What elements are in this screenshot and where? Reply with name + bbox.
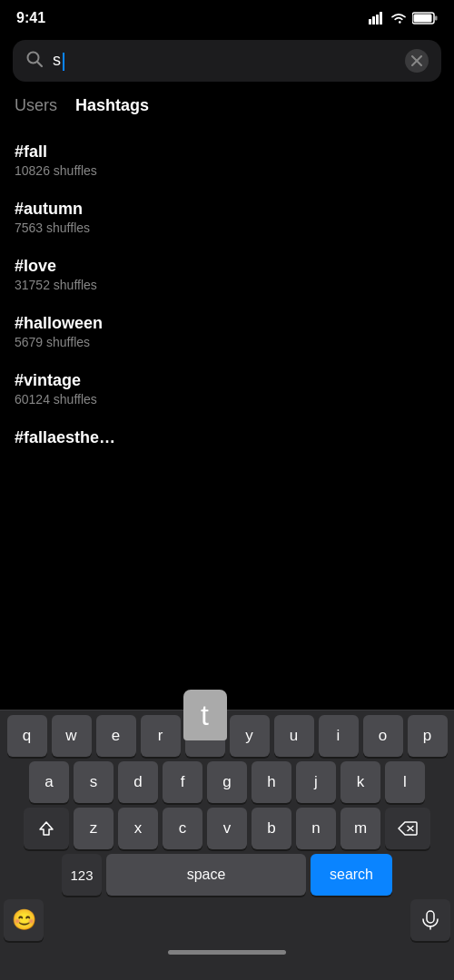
key-space[interactable]: space	[106, 854, 306, 896]
hashtag-name: #love	[15, 257, 439, 276]
hashtag-item-halloween[interactable]: #halloween 5679 shuffles	[0, 303, 454, 360]
status-time: 9:41	[16, 10, 45, 26]
key-c[interactable]: c	[163, 808, 202, 849]
key-mic[interactable]	[410, 899, 450, 941]
tab-users[interactable]: Users	[15, 93, 57, 119]
keyboard-row-4: 123 space search	[0, 849, 454, 896]
hashtag-item-love[interactable]: #love 31752 shuffles	[0, 246, 454, 303]
key-p[interactable]: p	[408, 715, 448, 757]
hashtag-name: #vintage	[15, 371, 439, 390]
svg-rect-1	[372, 16, 375, 24]
home-indicator	[168, 950, 286, 955]
key-w[interactable]: w	[52, 715, 92, 757]
keyboard-row-5: 😊	[0, 896, 454, 941]
battery-icon	[412, 12, 438, 24]
status-bar: 9:41	[0, 0, 454, 33]
key-i[interactable]: i	[319, 715, 359, 757]
key-u[interactable]: u	[274, 715, 314, 757]
keyboard: q w e r t t y u i o p a s d f g h j k l …	[0, 710, 454, 980]
hashtag-count: 7563 shuffles	[15, 220, 439, 235]
hashtag-count: 5679 shuffles	[15, 335, 439, 349]
keyboard-row-2: a s d f g h j k l	[0, 757, 454, 803]
key-f[interactable]: f	[163, 761, 202, 803]
key-z[interactable]: z	[74, 808, 114, 849]
clear-button[interactable]	[405, 49, 429, 73]
key-x[interactable]: x	[118, 808, 158, 849]
hashtag-item-vintage[interactable]: #vintage 60124 shuffles	[0, 360, 454, 417]
svg-rect-3	[380, 12, 382, 24]
key-l[interactable]: l	[385, 761, 425, 803]
hashtag-count: 60124 shuffles	[15, 392, 439, 407]
hashtag-list: #fall 10826 shuffles #autumn 7563 shuffl…	[0, 128, 454, 464]
key-shift[interactable]	[24, 808, 69, 849]
hashtag-count: 31752 shuffles	[15, 278, 439, 292]
key-v[interactable]: v	[207, 808, 247, 849]
keyboard-row-1: q w e r t t y u i o p	[0, 710, 454, 757]
hashtag-name: #halloween	[15, 314, 439, 333]
key-s[interactable]: s	[74, 761, 114, 803]
key-y[interactable]: y	[230, 715, 270, 757]
key-numbers[interactable]: 123	[62, 854, 102, 896]
status-icons	[369, 12, 438, 24]
key-b[interactable]: b	[252, 808, 291, 849]
key-e[interactable]: e	[96, 715, 136, 757]
key-search[interactable]: search	[311, 854, 392, 896]
key-t[interactable]: t	[185, 715, 225, 757]
key-r[interactable]: r	[141, 715, 181, 757]
key-q[interactable]: q	[7, 715, 47, 757]
key-m[interactable]: m	[340, 808, 380, 849]
hashtag-item-fallaesthe[interactable]: #fallaesthe…	[0, 417, 454, 460]
key-d[interactable]: d	[118, 761, 158, 803]
search-bar[interactable]: s	[13, 40, 441, 82]
svg-line-8	[37, 62, 42, 66]
search-input[interactable]: s	[53, 51, 396, 70]
key-g[interactable]: g	[207, 761, 247, 803]
key-delete[interactable]	[385, 808, 430, 849]
key-n[interactable]: n	[296, 808, 336, 849]
hashtag-name: #autumn	[15, 200, 439, 219]
spacer	[48, 899, 406, 941]
key-t-wrapper: t t	[185, 715, 225, 757]
keyboard-row-3: z x c v b n m	[0, 803, 454, 849]
svg-rect-5	[414, 15, 432, 23]
search-bar-container: s	[0, 33, 454, 93]
key-h[interactable]: h	[252, 761, 291, 803]
tabs: Users Hashtags	[0, 93, 454, 119]
hashtag-item-fall[interactable]: #fall 10826 shuffles	[0, 132, 454, 189]
svg-rect-2	[376, 15, 379, 24]
tab-hashtags[interactable]: Hashtags	[75, 93, 149, 119]
search-icon	[25, 50, 44, 73]
hashtag-name: #fall	[15, 142, 439, 162]
key-a[interactable]: a	[29, 761, 69, 803]
key-emoji[interactable]: 😊	[4, 899, 44, 941]
hashtag-name: #fallaesthe…	[15, 428, 439, 447]
wifi-icon	[390, 12, 407, 24]
svg-rect-6	[435, 16, 438, 21]
hashtag-item-autumn[interactable]: #autumn 7563 shuffles	[0, 189, 454, 246]
hashtag-count: 10826 shuffles	[15, 163, 439, 178]
signal-icon	[369, 12, 385, 24]
key-o[interactable]: o	[363, 715, 403, 757]
svg-rect-0	[369, 19, 371, 24]
svg-rect-13	[427, 911, 434, 923]
key-j[interactable]: j	[296, 761, 336, 803]
key-k[interactable]: k	[340, 761, 380, 803]
